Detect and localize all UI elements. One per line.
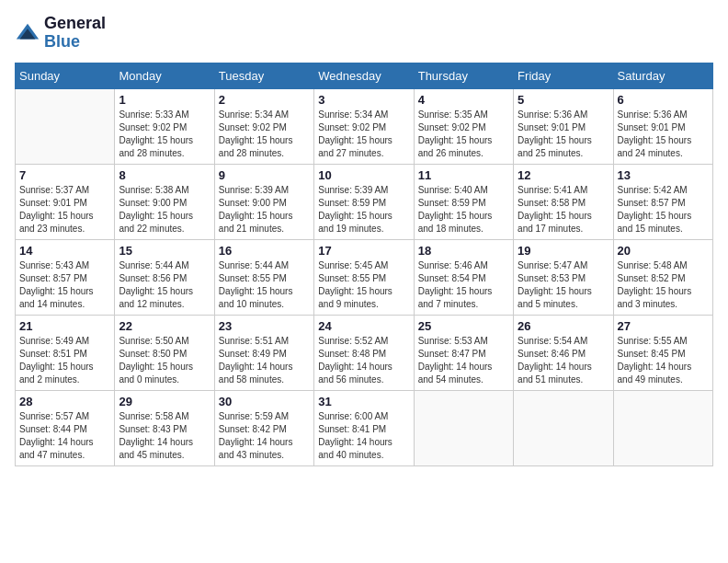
page-header: General Blue (15, 15, 713, 52)
calendar-cell: 20Sunrise: 5:48 AM Sunset: 8:52 PM Dayli… (613, 239, 712, 315)
day-number: 28 (19, 395, 110, 408)
calendar-cell: 11Sunrise: 5:40 AM Sunset: 8:59 PM Dayli… (414, 164, 513, 239)
day-info: Sunrise: 5:52 AM Sunset: 8:48 PM Dayligh… (318, 335, 409, 386)
weekday-header-wednesday: Wednesday (314, 63, 414, 88)
day-number: 14 (19, 244, 110, 258)
day-number: 17 (318, 244, 409, 258)
day-number: 3 (318, 93, 409, 107)
day-number: 11 (418, 168, 509, 182)
calendar-cell (414, 390, 513, 465)
day-info: Sunrise: 5:47 AM Sunset: 8:53 PM Dayligh… (518, 259, 609, 311)
day-number: 1 (119, 93, 210, 107)
day-info: Sunrise: 5:50 AM Sunset: 8:50 PM Dayligh… (119, 335, 210, 386)
logo-text: General Blue (44, 15, 106, 52)
day-info: Sunrise: 5:38 AM Sunset: 9:00 PM Dayligh… (119, 184, 210, 236)
day-number: 27 (618, 319, 709, 333)
day-info: Sunrise: 5:46 AM Sunset: 8:54 PM Dayligh… (418, 259, 509, 311)
day-number: 7 (19, 168, 110, 182)
calendar-cell: 26Sunrise: 5:54 AM Sunset: 8:46 PM Dayli… (514, 315, 613, 390)
calendar-table: SundayMondayTuesdayWednesdayThursdayFrid… (15, 63, 713, 466)
weekday-header-sunday: Sunday (16, 63, 115, 88)
calendar-cell: 4Sunrise: 5:35 AM Sunset: 9:02 PM Daylig… (414, 88, 513, 164)
day-info: Sunrise: 5:41 AM Sunset: 8:58 PM Dayligh… (518, 184, 609, 236)
day-info: Sunrise: 5:48 AM Sunset: 8:52 PM Dayligh… (618, 259, 709, 311)
calendar-cell: 25Sunrise: 5:53 AM Sunset: 8:47 PM Dayli… (414, 315, 513, 390)
day-info: Sunrise: 5:39 AM Sunset: 9:00 PM Dayligh… (219, 184, 310, 236)
day-number: 13 (618, 168, 709, 182)
calendar-cell: 31Sunrise: 6:00 AM Sunset: 8:41 PM Dayli… (314, 390, 414, 465)
day-info: Sunrise: 5:36 AM Sunset: 9:01 PM Dayligh… (618, 109, 709, 160)
day-info: Sunrise: 5:49 AM Sunset: 8:51 PM Dayligh… (19, 335, 110, 386)
day-info: Sunrise: 6:00 AM Sunset: 8:41 PM Dayligh… (318, 410, 409, 462)
calendar-cell: 9Sunrise: 5:39 AM Sunset: 9:00 PM Daylig… (214, 164, 313, 239)
day-info: Sunrise: 5:53 AM Sunset: 8:47 PM Dayligh… (418, 335, 509, 386)
day-info: Sunrise: 5:51 AM Sunset: 8:49 PM Dayligh… (219, 335, 310, 386)
calendar-cell: 17Sunrise: 5:45 AM Sunset: 8:55 PM Dayli… (314, 239, 414, 315)
day-info: Sunrise: 5:42 AM Sunset: 8:57 PM Dayligh… (618, 184, 709, 236)
calendar-cell: 7Sunrise: 5:37 AM Sunset: 9:01 PM Daylig… (16, 164, 115, 239)
calendar-cell: 19Sunrise: 5:47 AM Sunset: 8:53 PM Dayli… (514, 239, 613, 315)
calendar-cell (514, 390, 613, 465)
day-info: Sunrise: 5:34 AM Sunset: 9:02 PM Dayligh… (219, 109, 310, 160)
calendar-cell: 6Sunrise: 5:36 AM Sunset: 9:01 PM Daylig… (613, 88, 712, 164)
calendar-cell: 10Sunrise: 5:39 AM Sunset: 8:59 PM Dayli… (314, 164, 414, 239)
day-number: 24 (318, 319, 409, 333)
weekday-header-tuesday: Tuesday (214, 63, 313, 88)
calendar-cell: 3Sunrise: 5:34 AM Sunset: 9:02 PM Daylig… (314, 88, 414, 164)
day-info: Sunrise: 5:35 AM Sunset: 9:02 PM Dayligh… (418, 109, 509, 160)
day-info: Sunrise: 5:34 AM Sunset: 9:02 PM Dayligh… (318, 109, 409, 160)
calendar-cell: 29Sunrise: 5:58 AM Sunset: 8:43 PM Dayli… (115, 390, 214, 465)
calendar-cell: 18Sunrise: 5:46 AM Sunset: 8:54 PM Dayli… (414, 239, 513, 315)
day-number: 15 (119, 244, 210, 258)
calendar-cell (613, 390, 712, 465)
day-number: 8 (119, 168, 210, 182)
weekday-header-friday: Friday (514, 63, 613, 88)
day-number: 16 (219, 244, 310, 258)
day-number: 20 (618, 244, 709, 258)
calendar-cell: 21Sunrise: 5:49 AM Sunset: 8:51 PM Dayli… (16, 315, 115, 390)
calendar-cell: 8Sunrise: 5:38 AM Sunset: 9:00 PM Daylig… (115, 164, 214, 239)
day-info: Sunrise: 5:44 AM Sunset: 8:55 PM Dayligh… (219, 259, 310, 311)
day-number: 22 (119, 319, 210, 333)
calendar-cell: 22Sunrise: 5:50 AM Sunset: 8:50 PM Dayli… (115, 315, 214, 390)
calendar-cell: 14Sunrise: 5:43 AM Sunset: 8:57 PM Dayli… (16, 239, 115, 315)
day-info: Sunrise: 5:54 AM Sunset: 8:46 PM Dayligh… (518, 335, 609, 386)
calendar-cell: 24Sunrise: 5:52 AM Sunset: 8:48 PM Dayli… (314, 315, 414, 390)
calendar-cell: 5Sunrise: 5:36 AM Sunset: 9:01 PM Daylig… (514, 88, 613, 164)
day-info: Sunrise: 5:33 AM Sunset: 9:02 PM Dayligh… (119, 109, 210, 160)
calendar-cell: 30Sunrise: 5:59 AM Sunset: 8:42 PM Dayli… (214, 390, 313, 465)
day-number: 2 (219, 93, 310, 107)
calendar-cell: 27Sunrise: 5:55 AM Sunset: 8:45 PM Dayli… (613, 315, 712, 390)
logo-icon (15, 20, 40, 46)
calendar-cell: 12Sunrise: 5:41 AM Sunset: 8:58 PM Dayli… (514, 164, 613, 239)
calendar-cell: 1Sunrise: 5:33 AM Sunset: 9:02 PM Daylig… (115, 88, 214, 164)
day-info: Sunrise: 5:59 AM Sunset: 8:42 PM Dayligh… (219, 410, 310, 462)
day-info: Sunrise: 5:39 AM Sunset: 8:59 PM Dayligh… (318, 184, 409, 236)
day-number: 26 (518, 319, 609, 333)
day-info: Sunrise: 5:40 AM Sunset: 8:59 PM Dayligh… (418, 184, 509, 236)
day-number: 30 (219, 395, 310, 408)
day-number: 31 (318, 395, 409, 408)
calendar-cell: 2Sunrise: 5:34 AM Sunset: 9:02 PM Daylig… (214, 88, 313, 164)
day-number: 4 (418, 93, 509, 107)
day-info: Sunrise: 5:55 AM Sunset: 8:45 PM Dayligh… (618, 335, 709, 386)
day-info: Sunrise: 5:43 AM Sunset: 8:57 PM Dayligh… (19, 259, 110, 311)
day-number: 29 (119, 395, 210, 408)
logo: General Blue (15, 15, 106, 52)
day-info: Sunrise: 5:45 AM Sunset: 8:55 PM Dayligh… (318, 259, 409, 311)
day-number: 23 (219, 319, 310, 333)
day-number: 10 (318, 168, 409, 182)
calendar-cell: 28Sunrise: 5:57 AM Sunset: 8:44 PM Dayli… (16, 390, 115, 465)
weekday-header-saturday: Saturday (613, 63, 712, 88)
day-number: 25 (418, 319, 509, 333)
day-info: Sunrise: 5:37 AM Sunset: 9:01 PM Dayligh… (19, 184, 110, 236)
day-number: 21 (19, 319, 110, 333)
weekday-header-thursday: Thursday (414, 63, 513, 88)
day-info: Sunrise: 5:44 AM Sunset: 8:56 PM Dayligh… (119, 259, 210, 311)
day-number: 19 (518, 244, 609, 258)
day-info: Sunrise: 5:58 AM Sunset: 8:43 PM Dayligh… (119, 410, 210, 462)
day-number: 12 (518, 168, 609, 182)
calendar-cell: 15Sunrise: 5:44 AM Sunset: 8:56 PM Dayli… (115, 239, 214, 315)
day-number: 18 (418, 244, 509, 258)
weekday-header-monday: Monday (115, 63, 214, 88)
